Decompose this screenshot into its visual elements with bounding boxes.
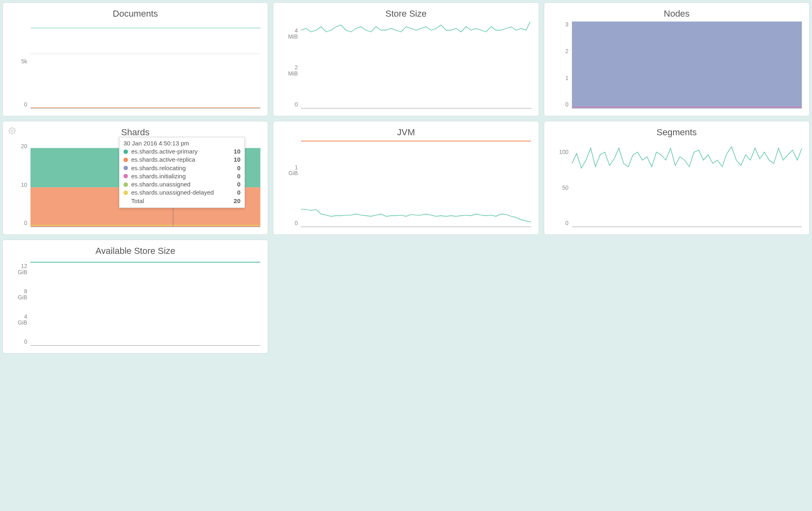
y-axis: 100 50 0 (552, 140, 572, 227)
plot-area[interactable] (572, 22, 802, 108)
panel-shards[interactable]: Shards 20 10 0 30 Jan 2016 4:50 (2, 121, 268, 235)
svg-rect-0 (572, 22, 802, 108)
panel-title: Shards (10, 127, 260, 138)
gear-icon[interactable] (9, 127, 16, 136)
plot-area[interactable] (30, 259, 260, 346)
legend-dot (123, 191, 128, 195)
legend-dot (123, 182, 128, 187)
y-axis: 5k 0 (10, 22, 30, 108)
legend-dot (123, 149, 128, 154)
legend-dot (123, 166, 128, 170)
panel-documents[interactable]: Documents 5k 0 (2, 2, 268, 116)
chart-tooltip: 30 Jan 2016 4:50:13 pm es.shards.active-… (119, 137, 245, 208)
y-axis: 20 10 0 (10, 140, 30, 227)
legend-dot (123, 174, 128, 178)
panel-title: Documents (10, 9, 260, 19)
plot-area[interactable] (301, 22, 531, 108)
panel-nodes[interactable]: Nodes 3 2 1 0 (544, 2, 810, 116)
y-axis: 4 MiB 2 MiB 0 (281, 22, 301, 108)
panel-title: Segments (552, 127, 802, 138)
plot-area[interactable] (301, 140, 531, 227)
svg-point-2 (11, 130, 13, 132)
panel-jvm[interactable]: JVM 1 GiB 0 (273, 121, 539, 235)
plot-area[interactable] (30, 22, 260, 108)
panel-title: JVM (281, 127, 531, 138)
panel-title: Available Store Size (10, 246, 260, 256)
panel-store-size[interactable]: Store Size 4 MiB 2 MiB 0 (273, 2, 539, 116)
panel-title: Nodes (552, 9, 802, 19)
panel-available-store[interactable]: Available Store Size 12 GiB 8 GiB 4 GiB … (2, 240, 268, 353)
plot-area[interactable] (572, 140, 802, 227)
legend-dot (123, 158, 128, 162)
tooltip-timestamp: 30 Jan 2016 4:50:13 pm (123, 140, 240, 147)
y-axis: 12 GiB 8 GiB 4 GiB 0 (10, 259, 30, 346)
panel-segments[interactable]: Segments 100 50 0 (544, 121, 810, 235)
y-axis: 3 2 1 0 (552, 22, 572, 108)
y-axis: 1 GiB 0 (281, 140, 301, 227)
panel-title: Store Size (281, 9, 531, 19)
